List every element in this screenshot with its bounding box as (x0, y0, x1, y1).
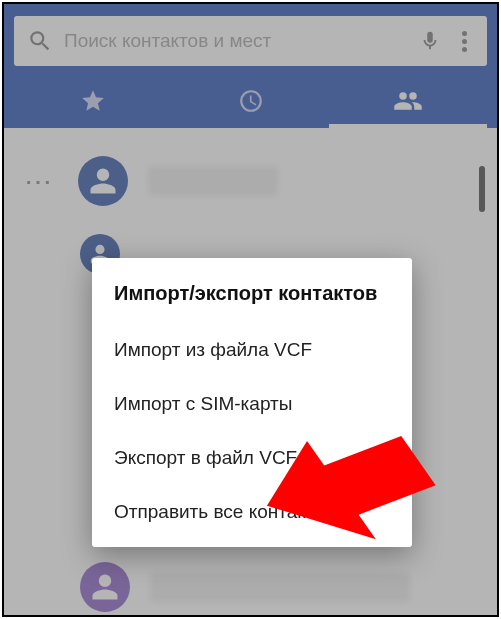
app-frame: Поиск контактов и мест ⋯ (2, 2, 499, 617)
dialog-item-share-all[interactable]: Отправить все контакты (92, 485, 412, 539)
dialog-item-import-vcf[interactable]: Импорт из файла VCF (92, 323, 412, 377)
dialog-title: Импорт/экспорт контактов (92, 282, 412, 323)
import-export-dialog: Импорт/экспорт контактов Импорт из файла… (92, 258, 412, 547)
dialog-item-import-sim[interactable]: Импорт с SIM-карты (92, 377, 412, 431)
dialog-item-export-vcf[interactable]: Экспорт в файл VCF (92, 431, 412, 485)
